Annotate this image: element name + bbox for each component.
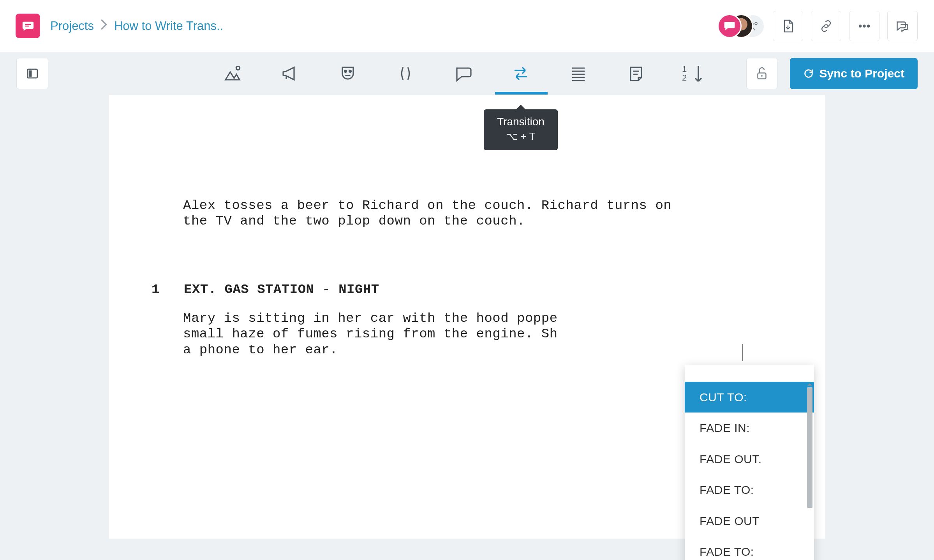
note-icon — [627, 64, 645, 83]
sync-label: Sync to Project — [819, 67, 904, 80]
svg-point-3 — [863, 25, 865, 27]
paren-icon — [396, 64, 415, 83]
breadcrumb-current-link[interactable]: How to Write Trans.. — [114, 19, 223, 33]
scene-number-left: 1 — [144, 282, 160, 297]
breadcrumb-projects-link[interactable]: Projects — [50, 19, 94, 33]
topbar-right — [717, 11, 918, 41]
transition-tool[interactable]: Transition ⌥ + T — [511, 63, 530, 84]
lock-icon — [755, 67, 769, 81]
svg-point-8 — [345, 70, 347, 72]
transition-option[interactable]: FADE TO: — [685, 536, 814, 560]
pdf-icon — [781, 19, 795, 33]
document-area: Alex tosses a beer to Richard on the cou… — [0, 95, 934, 554]
parenthetical-tool[interactable] — [396, 63, 415, 84]
note-tool[interactable] — [626, 63, 646, 84]
scene-heading-tool[interactable] — [223, 63, 242, 84]
svg-rect-6 — [29, 70, 32, 77]
dropdown-list: CUT TO:FADE IN:FADE OUT.FADE TO:FADE OUT… — [685, 382, 814, 560]
scene-heading[interactable]: EXT. GAS STATION - NIGHT — [184, 282, 751, 297]
more-menu-button[interactable] — [849, 11, 879, 41]
chat-icon — [21, 19, 35, 33]
script-page[interactable]: Alex tosses a beer to Richard on the cou… — [109, 95, 825, 539]
transition-autocomplete: CUT TO:FADE IN:FADE OUT.FADE TO:FADE OUT… — [685, 365, 814, 560]
toolbar-icons: Transition ⌥ + T 12 — [223, 63, 708, 84]
collaborator-avatars — [717, 14, 765, 38]
general-tool[interactable] — [569, 63, 588, 84]
chat-bubble-icon — [723, 20, 736, 32]
sync-to-project-button[interactable]: Sync to Project — [790, 58, 918, 89]
speech-icon — [454, 64, 472, 83]
numbered-list-icon: 12 — [682, 64, 708, 83]
megaphone-icon — [281, 64, 300, 83]
text-cursor — [742, 344, 743, 361]
more-icon — [857, 19, 871, 33]
svg-point-1 — [755, 22, 757, 25]
breadcrumb: Projects How to Write Trans.. — [50, 19, 223, 33]
dropdown-scrollbar[interactable] — [807, 382, 812, 560]
transition-option[interactable]: FADE TO: — [685, 474, 814, 505]
svg-point-2 — [859, 25, 861, 27]
share-link-button[interactable] — [811, 11, 841, 41]
svg-point-7 — [236, 66, 240, 70]
svg-point-9 — [349, 70, 351, 72]
chevron-right-icon — [100, 19, 108, 33]
scrollbar-thumb[interactable] — [807, 387, 812, 508]
scene-row: 1 EXT. GAS STATION - NIGHT 1 — [144, 282, 751, 297]
format-toolbar: Transition ⌥ + T 12 Sync to Project — [0, 52, 934, 95]
panel-toggle-button[interactable] — [16, 58, 48, 89]
lock-button[interactable] — [746, 58, 777, 89]
avatar-presence[interactable] — [717, 14, 742, 38]
transition-option[interactable]: FADE OUT — [685, 506, 814, 536]
action-block[interactable]: Alex tosses a beer to Richard on the cou… — [183, 198, 689, 229]
dialogue-tool[interactable] — [453, 63, 473, 84]
transition-option[interactable]: CUT TO: — [685, 382, 814, 413]
tooltip-shortcut: ⌥ + T — [497, 130, 545, 142]
scroll-up-icon[interactable] — [807, 381, 812, 386]
action-tool[interactable] — [280, 63, 300, 84]
export-pdf-button[interactable] — [773, 11, 803, 41]
active-tool-underline — [495, 92, 548, 95]
topbar-left: Projects How to Write Trans.. — [16, 14, 223, 38]
mountain-icon — [223, 64, 242, 83]
shot-tool[interactable]: 12 — [684, 63, 706, 84]
transition-option[interactable]: FADE OUT. — [685, 444, 814, 474]
sidebar-icon — [26, 67, 39, 80]
comments-button[interactable] — [887, 11, 918, 41]
action-block[interactable]: Mary is sitting in her car with the hood… — [183, 311, 580, 357]
svg-point-4 — [867, 25, 869, 27]
transition-icon — [511, 64, 530, 83]
transition-option[interactable]: FADE IN: — [685, 413, 814, 443]
svg-point-11 — [761, 75, 762, 77]
tooltip-transition: Transition ⌥ + T — [484, 109, 558, 150]
link-icon — [819, 19, 833, 33]
mask-icon — [338, 64, 357, 83]
character-tool[interactable] — [338, 63, 358, 84]
topbar: Projects How to Write Trans.. — [0, 0, 934, 52]
tooltip-title: Transition — [497, 116, 545, 128]
comments-icon — [895, 19, 909, 33]
toolbar-right: Sync to Project — [746, 58, 918, 89]
sync-icon — [803, 68, 814, 79]
lines-icon — [569, 64, 588, 83]
app-logo[interactable] — [16, 14, 40, 38]
